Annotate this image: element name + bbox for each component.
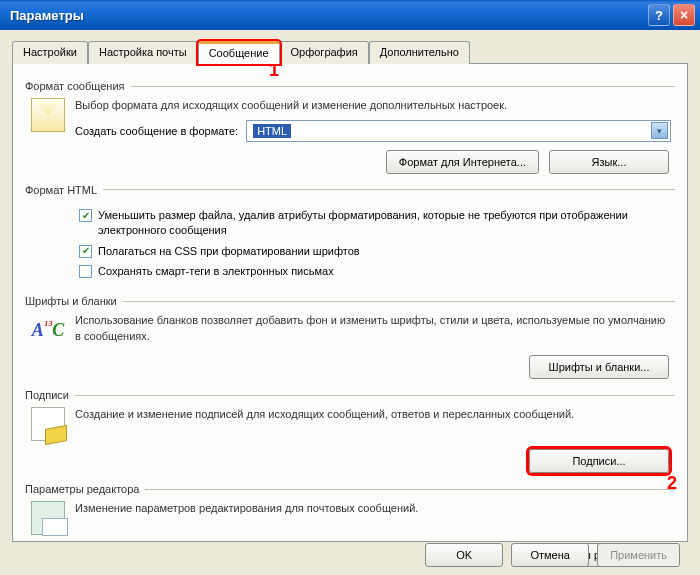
cancel-button[interactable]: Отмена	[511, 543, 589, 567]
signature-icon	[31, 407, 65, 441]
group-fonts: Шрифты и бланки A¹³C Использование бланк…	[25, 295, 675, 383]
ok-button[interactable]: OK	[425, 543, 503, 567]
tab-message[interactable]: Сообщение	[198, 41, 280, 64]
editor-icon	[31, 501, 65, 535]
legend-fonts: Шрифты и бланки	[25, 295, 117, 307]
tab-spelling[interactable]: Орфография	[280, 41, 369, 64]
group-signatures: Подписи Создание и изменение подписей дл…	[25, 389, 675, 477]
fonts-desc: Использование бланков позволяет добавить…	[75, 313, 671, 345]
legend-signatures: Подписи	[25, 389, 69, 401]
titlebar: Параметры ? ×	[0, 0, 700, 30]
window-title: Параметры	[10, 8, 645, 23]
chevron-down-icon: ▾	[651, 122, 668, 139]
format-desc: Выбор формата для исходящих сообщений и …	[75, 98, 671, 114]
group-message-format: Формат сообщения Выбор формата для исход…	[25, 80, 675, 178]
apply-button: Применить	[597, 543, 680, 567]
dialog-buttons: OK Отмена Применить	[425, 543, 680, 567]
signatures-desc: Создание и изменение подписей для исходя…	[75, 407, 671, 423]
checkbox-icon	[79, 245, 92, 258]
dialog-content: Настройки Настройка почты Сообщение Орфо…	[0, 30, 700, 552]
checkbox-icon	[79, 209, 92, 222]
legend-message-format: Формат сообщения	[25, 80, 125, 92]
envelope-icon	[31, 98, 65, 132]
fonts-icon: A¹³C	[31, 313, 65, 347]
checkbox-icon	[79, 265, 92, 278]
check-save-smarttags[interactable]: Сохранять смарт-теги в электронных письм…	[79, 264, 671, 279]
tab-settings[interactable]: Настройки	[12, 41, 88, 64]
format-select[interactable]: HTML ▾	[246, 120, 671, 142]
tab-pane: 1 Формат сообщения Выбор формата для исх…	[12, 63, 688, 542]
internet-format-button[interactable]: Формат для Интернета...	[386, 150, 539, 174]
check-reduce-size[interactable]: Уменьшить размер файла, удалив атрибуты …	[79, 208, 671, 238]
check-rely-css[interactable]: Полагаться на CSS при форматировании шри…	[79, 244, 671, 259]
format-select-value: HTML	[253, 124, 291, 138]
language-button[interactable]: Язык...	[549, 150, 669, 174]
signatures-button[interactable]: Подписи...	[529, 449, 669, 473]
close-button[interactable]: ×	[673, 4, 695, 26]
tab-advanced[interactable]: Дополнительно	[369, 41, 470, 64]
fonts-and-stationery-button[interactable]: Шрифты и бланки...	[529, 355, 669, 379]
editor-desc: Изменение параметров редактирования для …	[75, 501, 671, 517]
tab-mail-setup[interactable]: Настройка почты	[88, 41, 198, 64]
help-button[interactable]: ?	[648, 4, 670, 26]
create-in-format-label: Создать сообщение в формате:	[75, 125, 238, 137]
group-html-format: Формат HTML Уменьшить размер файла, удал…	[25, 184, 675, 289]
callout-2: 2	[667, 473, 677, 494]
legend-editor: Параметры редактора	[25, 483, 139, 495]
tabstrip: Настройки Настройка почты Сообщение Орфо…	[12, 40, 688, 63]
legend-html-format: Формат HTML	[25, 184, 97, 196]
